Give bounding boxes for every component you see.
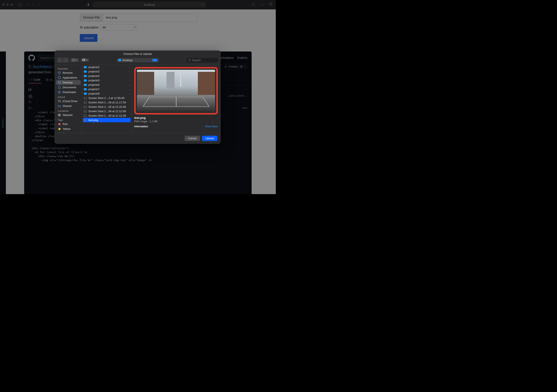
chevron-right-icon: › [129, 79, 130, 82]
tag-dot-icon [58, 127, 61, 131]
show-more-link[interactable]: Show More [205, 125, 218, 128]
sidebar-item-green[interactable]: Green [56, 131, 81, 133]
file-row[interactable]: Screen Shot 2…04 at 12.10.49 [82, 105, 131, 109]
columns-icon [72, 59, 75, 61]
file-row[interactable]: projects3› [82, 69, 131, 74]
file-name: Screen Shot 2…04 at 12.10.49 [88, 105, 126, 108]
sidebar-item-label: iCloud Drive [63, 99, 77, 103]
sidebar-item-label: Green [63, 132, 70, 133]
preview-filename: test.png [134, 116, 218, 120]
file-name: projects8 [88, 92, 99, 95]
chevron-right-icon: › [129, 75, 130, 77]
sidebar-item-applications[interactable]: Applications [56, 75, 81, 80]
file-row[interactable]: projects2› [82, 65, 131, 69]
location-chevron-icon: ⌃⌄ [152, 59, 157, 62]
sidebar-item-documents[interactable]: Documents [56, 85, 81, 90]
group-by-button[interactable]: ▾ [81, 58, 89, 62]
file-name: Screen Shot 2…04 at 12.12.38 [88, 114, 126, 117]
chevron-right-icon: › [129, 70, 130, 73]
file-row[interactable]: projects7› [82, 87, 131, 91]
folder-icon [84, 66, 87, 68]
svg-rect-14 [72, 59, 75, 61]
file-row[interactable]: projects4› [82, 74, 131, 78]
view-mode-columns[interactable]: ▾ [70, 58, 79, 62]
file-row[interactable]: projects6› [82, 82, 131, 87]
information-heading: Information [134, 125, 148, 128]
svg-rect-25 [58, 82, 60, 83]
file-name: Screen Shot 2…3 at 12.59.40 [88, 97, 124, 99]
preview-meta: PNG image - 1.1 MB [134, 120, 218, 123]
sidebar-item-network[interactable]: Network [56, 113, 81, 117]
sidebar-item-red[interactable]: Red [56, 122, 81, 126]
folder-icon [84, 71, 87, 73]
cloud-icon [58, 99, 61, 103]
file-column: projects2›projects3›projects4›projects5›… [82, 65, 132, 133]
file-row[interactable]: Screen Shot 2…3 at 12.59.40 [82, 96, 131, 100]
chevron-right-icon: › [129, 88, 130, 90]
file-row[interactable]: projects5› [82, 78, 131, 82]
dialog-body: FavoritesRecentsApplicationsDesktopDocum… [55, 65, 220, 133]
sidebar-item-recents[interactable]: Recents [56, 70, 81, 75]
preview-thumbnail [137, 70, 215, 112]
chevron-right-icon: › [129, 92, 130, 95]
sidebar-item-label: Documents [63, 86, 76, 89]
sidebar-item-desktop[interactable]: Desktop [56, 80, 81, 85]
shared-folder-icon [58, 104, 61, 107]
file-name: Screen Shot 2…04 at 12.12.09 [88, 110, 126, 113]
nav-forward-button[interactable]: › [63, 57, 69, 63]
sidebar-item-label: Yellow [63, 127, 70, 131]
documents-icon [58, 86, 61, 89]
folder-icon [84, 93, 87, 95]
dialog-search-input[interactable]: Search [187, 58, 218, 62]
image-file-icon [84, 106, 87, 108]
chevron-down-icon: ▾ [76, 59, 77, 61]
sidebar-item-downloads[interactable]: Downloads [56, 90, 81, 95]
grid-icon [82, 59, 86, 61]
folder-icon [84, 88, 87, 90]
nav-history: ‹ › [57, 57, 69, 63]
downloads-icon [58, 90, 61, 94]
nav-back-button[interactable]: ‹ [57, 57, 63, 63]
cancel-button[interactable]: Cancel [185, 136, 200, 141]
sidebar-item-label: Desktop [63, 81, 73, 84]
sidebar-item-label: Downloads [63, 90, 76, 94]
file-row[interactable]: projects8› [82, 91, 131, 96]
safari-window: ▾ ‹ › localhost ↻ ＋ Choose File test.png [0, 0, 276, 194]
file-name: projects6 [88, 83, 99, 86]
annotation-highlight [134, 67, 218, 114]
svg-line-22 [190, 60, 191, 61]
svg-rect-18 [84, 59, 85, 60]
file-name: projects7 [88, 88, 99, 91]
sidebar-item-yellow[interactable]: Yellow [56, 126, 81, 131]
dialog-footer: Cancel Upload [55, 133, 220, 143]
sidebar-item-icloud-drive[interactable]: iCloud Drive [56, 99, 81, 104]
upload-button[interactable]: Upload [202, 136, 217, 141]
file-row[interactable]: Screen Shot 2…04 at 12.12.38 [82, 114, 131, 118]
sidebar-heading-locations: Locations [56, 108, 81, 113]
desktop-icon [58, 81, 61, 84]
file-row[interactable]: test.png [83, 118, 131, 122]
location-popup[interactable]: Desktop ⌃⌄ [117, 58, 159, 62]
sidebar-item-label: Recents [63, 71, 73, 74]
chevron-down-icon: ▾ [87, 59, 88, 61]
chevron-right-icon: › [129, 66, 130, 68]
sidebar-item-label: Applications [63, 76, 77, 79]
image-file-icon [84, 101, 87, 104]
file-row[interactable]: Screen Shot 2…04 at 12.12.09 [82, 109, 131, 114]
file-row[interactable]: Screen Shot 2…04 at 11.17.54 [82, 100, 131, 105]
file-name: projects3 [88, 70, 99, 73]
sidebar-item-shared[interactable]: Shared [56, 104, 81, 108]
chevron-right-icon: › [129, 84, 130, 86]
image-file-icon [84, 119, 87, 121]
file-name: Screen Shot 2…04 at 11.17.54 [88, 101, 126, 104]
svg-point-21 [188, 59, 190, 61]
sidebar-heading-favorites: Favorites [56, 66, 81, 70]
apps-icon [58, 76, 61, 79]
file-name: projects4 [88, 74, 99, 78]
tag-dot-icon [58, 122, 61, 126]
search-icon [188, 59, 191, 61]
location-label: Desktop [123, 59, 132, 62]
folder-icon [118, 59, 121, 61]
file-name: test.png [88, 118, 98, 122]
sidebar-heading-tags: Tags [56, 117, 81, 122]
